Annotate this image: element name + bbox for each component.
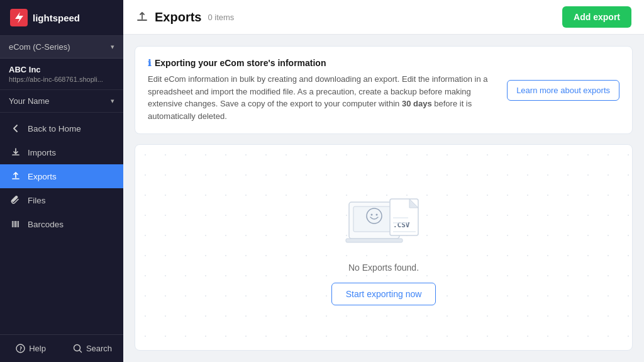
sidebar-item-label: Files [28, 196, 46, 205]
svg-text:.CSV: .CSV [393, 221, 410, 229]
logo-text: lightspeed [33, 13, 80, 23]
sidebar-item-label: Barcodes [28, 220, 64, 229]
page-title: Exports [155, 10, 201, 25]
app-logo: lightspeed [0, 0, 123, 36]
svg-rect-1 [12, 221, 13, 227]
content-area: ℹ Exporting your eCom store's informatio… [123, 35, 644, 362]
upload-icon [10, 171, 21, 182]
user-name: Your Name [9, 96, 50, 106]
csv-illustration: .CSV [343, 189, 425, 252]
search-label: Search [86, 344, 112, 353]
arrow-left-icon [10, 123, 21, 134]
empty-label: No Exports found. [348, 263, 419, 273]
search-icon [73, 344, 82, 353]
sidebar-nav: Back to Home Imports Exports Files [0, 113, 123, 334]
sidebar-item-label: Exports [28, 172, 57, 181]
items-count: 0 items [208, 13, 234, 22]
svg-point-13 [376, 214, 378, 216]
store-selector-label: eCom (C-Series) [9, 42, 70, 52]
user-menu[interactable]: Your Name ▾ [0, 90, 123, 113]
sidebar-item-back-home[interactable]: Back to Home [0, 116, 123, 140]
topbar-left: Exports 0 items [136, 10, 234, 25]
lightspeed-icon [10, 9, 28, 26]
sidebar-item-barcodes[interactable]: Barcodes [0, 212, 123, 236]
info-banner-text: Edit eCom information in bulk by creatin… [148, 73, 494, 122]
empty-state: .CSV No Exports found. Start exporting n… [135, 144, 633, 351]
sidebar-item-imports[interactable]: Imports [0, 140, 123, 164]
topbar: Exports 0 items Add export [123, 0, 644, 35]
store-selector[interactable]: eCom (C-Series) ▾ [0, 36, 123, 59]
info-banner-title: ℹ Exporting your eCom store's informatio… [148, 58, 494, 68]
sidebar-bottom: Help Search [0, 334, 123, 362]
company-name: ABC Inc [9, 65, 114, 74]
help-icon [16, 344, 25, 353]
exports-icon [136, 11, 148, 23]
sidebar: lightspeed eCom (C-Series) ▾ ABC Inc htt… [0, 0, 123, 362]
barcode-icon [10, 218, 21, 230]
download-icon [10, 147, 21, 158]
company-info: ABC Inc https://abc-inc-668761.shopli... [0, 59, 123, 90]
svg-rect-4 [17, 221, 18, 227]
start-exporting-button[interactable]: Start exporting now [331, 283, 436, 305]
svg-point-6 [16, 344, 25, 353]
chevron-down-icon: ▾ [111, 97, 114, 105]
search-button[interactable]: Search [62, 335, 123, 362]
empty-state-inner: .CSV No Exports found. Start exporting n… [331, 189, 436, 305]
add-export-button[interactable]: Add export [562, 6, 631, 28]
svg-point-12 [371, 214, 373, 216]
paperclip-icon [10, 195, 21, 206]
svg-rect-2 [14, 221, 14, 227]
svg-point-8 [74, 345, 80, 351]
sidebar-item-label: Imports [28, 148, 56, 157]
main-content: Exports 0 items Add export ℹ Exporting y… [123, 0, 644, 362]
svg-rect-5 [18, 221, 19, 227]
help-button[interactable]: Help [0, 335, 62, 362]
svg-point-7 [20, 350, 21, 351]
sidebar-item-files[interactable]: Files [0, 188, 123, 212]
sidebar-item-label: Back to Home [28, 124, 81, 133]
sidebar-item-exports[interactable]: Exports [0, 164, 123, 188]
learn-more-button[interactable]: Learn more about exports [507, 80, 619, 101]
company-url: https://abc-inc-668761.shopli... [9, 76, 114, 83]
info-banner-content: ℹ Exporting your eCom store's informatio… [148, 58, 494, 122]
help-label: Help [29, 344, 46, 353]
chevron-down-icon: ▾ [111, 43, 114, 51]
svg-rect-3 [15, 221, 16, 227]
svg-rect-14 [346, 239, 402, 242]
info-banner: ℹ Exporting your eCom store's informatio… [135, 46, 633, 134]
info-icon: ℹ [148, 58, 151, 68]
